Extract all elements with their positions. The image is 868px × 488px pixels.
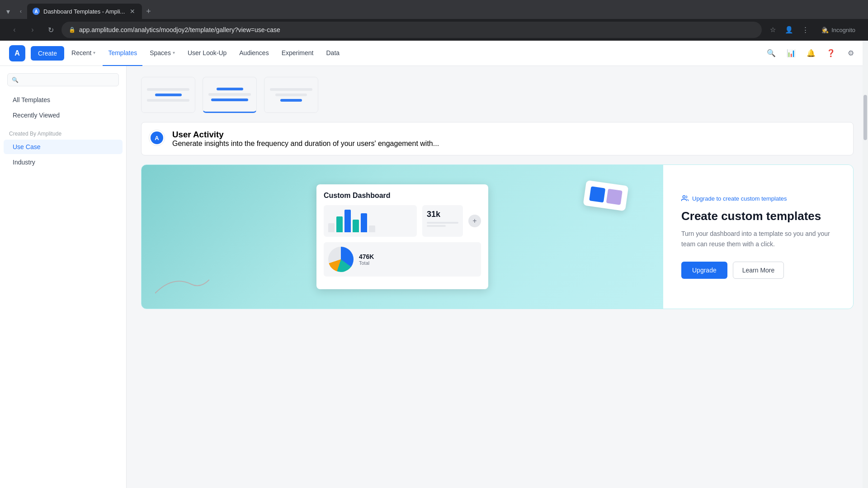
incognito-icon: 🕵 <box>821 27 829 33</box>
upgrade-description: Turn your dashboard into a template so y… <box>681 229 835 249</box>
floating-color-card <box>583 180 629 211</box>
search-nav-button[interactable]: 🔍 <box>763 45 779 61</box>
pie-stat-label: Total <box>359 260 374 266</box>
upgrade-banner-illustration: Custom Dashboard <box>142 165 663 309</box>
url-text: app.amplitude.com/analytics/moodjoy2/tem… <box>79 26 755 33</box>
nav-label-templates: Templates <box>108 49 137 56</box>
sidebar-item-all-templates[interactable]: All Templates <box>4 93 123 107</box>
curve-decoration <box>155 271 209 300</box>
nav-label-spaces: Spaces <box>150 49 171 56</box>
stat-widget: 31k <box>422 205 463 237</box>
sidebar-item-industry[interactable]: Industry <box>4 155 123 169</box>
back-button[interactable]: ‹ <box>7 23 22 37</box>
new-tab-button[interactable]: + <box>142 5 155 18</box>
nav-item-audiences[interactable]: Audiences <box>234 41 274 66</box>
pie-chart-visual <box>328 247 354 272</box>
amplitude-logo[interactable]: A <box>9 45 25 61</box>
nav-label-recent: Recent <box>71 49 91 56</box>
nav-item-recent[interactable]: Recent ▾ <box>66 41 101 66</box>
profile-button[interactable]: 👤 <box>782 23 796 37</box>
settings-nav-button[interactable]: ⚙ <box>843 45 859 61</box>
learn-more-button[interactable]: Learn More <box>733 262 784 279</box>
svg-point-0 <box>683 196 685 198</box>
upgrade-badge-label: Upgrade to create custom templates <box>692 195 787 202</box>
nav-item-templates[interactable]: Templates <box>103 41 142 66</box>
sidebar-section-created-by: Created By Amplitude <box>0 127 126 139</box>
nav-item-experiment[interactable]: Experiment <box>276 41 319 66</box>
nav-label-experiment: Experiment <box>282 49 314 56</box>
template-card-3[interactable] <box>264 77 318 113</box>
sidebar-item-use-case[interactable]: Use Case <box>4 140 123 154</box>
right-scrollbar[interactable] <box>863 66 868 488</box>
sidebar-search-input[interactable] <box>7 73 119 86</box>
nav-item-user-lookup[interactable]: User Look-Up <box>182 41 232 66</box>
stat-number: 31k <box>427 210 458 219</box>
nav-item-spaces[interactable]: Spaces ▾ <box>144 41 180 66</box>
content-area: A User Activity Generate insights into t… <box>127 66 868 488</box>
amplitude-icon: A <box>149 130 165 146</box>
create-button[interactable]: Create <box>31 46 64 61</box>
tab-list-button[interactable]: ▾ <box>2 5 14 18</box>
bookmark-button[interactable]: ☆ <box>765 23 780 37</box>
template-card-1[interactable] <box>141 77 195 113</box>
user-activity-description: Generate insights into the frequency and… <box>172 140 439 148</box>
upgrade-banner-cta: Upgrade to create custom templates Creat… <box>663 165 853 309</box>
user-activity-title: User Activity <box>172 130 439 140</box>
sidebar-search-icon: 🔍 <box>12 77 19 83</box>
dashboard-mockup-title: Custom Dashboard <box>324 192 481 200</box>
upgrade-button[interactable]: Upgrade <box>681 262 727 279</box>
nav-label-audiences: Audiences <box>239 49 269 56</box>
extensions-button[interactable]: ⋮ <box>798 23 812 37</box>
upgrade-banner: Custom Dashboard <box>141 164 854 309</box>
notifications-nav-button[interactable]: 🔔 <box>803 45 819 61</box>
upgrade-title: Create custom templates <box>681 209 835 223</box>
nav-label-data: Data <box>326 49 340 56</box>
pie-chart-widget: 476K Total <box>324 242 481 277</box>
bar-chart-widget <box>324 205 417 237</box>
add-widget-button[interactable]: + <box>468 215 481 227</box>
sidebar: 🔍 All Templates Recently Viewed Created … <box>0 66 127 488</box>
back-tab-button[interactable]: ‹ <box>14 5 27 18</box>
tab-close-icon[interactable]: ✕ <box>128 7 137 15</box>
help-nav-button[interactable]: ❓ <box>823 45 839 61</box>
incognito-label: Incognito <box>831 27 855 33</box>
sidebar-item-recently-viewed[interactable]: Recently Viewed <box>4 108 123 122</box>
tab-favicon: A <box>33 8 40 15</box>
user-activity-content: User Activity Generate insights into the… <box>172 130 439 148</box>
forward-button[interactable]: › <box>25 23 40 37</box>
scrollbar-thumb <box>863 95 867 140</box>
lock-icon: 🔒 <box>69 27 75 33</box>
chevron-down-icon: ▾ <box>93 50 95 55</box>
nav-label-user-lookup: User Look-Up <box>188 49 226 56</box>
top-navigation: A Create Recent ▾ Templates Spaces ▾ Use… <box>0 41 868 66</box>
template-cards-partial <box>141 77 854 113</box>
template-card-2[interactable] <box>203 77 257 113</box>
pie-stat-number: 476K <box>359 253 374 260</box>
nav-item-data[interactable]: Data <box>321 41 345 66</box>
upgrade-badge: Upgrade to create custom templates <box>681 195 835 202</box>
tab-title: Dashboard Templates - Ampli... <box>43 8 125 15</box>
address-bar[interactable]: 🔒 app.amplitude.com/analytics/moodjoy2/t… <box>61 22 762 38</box>
dashboard-mockup-card: Custom Dashboard <box>316 184 488 289</box>
analytics-nav-button[interactable]: 📊 <box>783 45 799 61</box>
reload-button[interactable]: ↻ <box>43 23 58 37</box>
chevron-down-icon-spaces: ▾ <box>173 50 175 55</box>
active-browser-tab[interactable]: A Dashboard Templates - Ampli... ✕ <box>27 4 142 19</box>
user-activity-card[interactable]: A User Activity Generate insights into t… <box>141 122 854 155</box>
